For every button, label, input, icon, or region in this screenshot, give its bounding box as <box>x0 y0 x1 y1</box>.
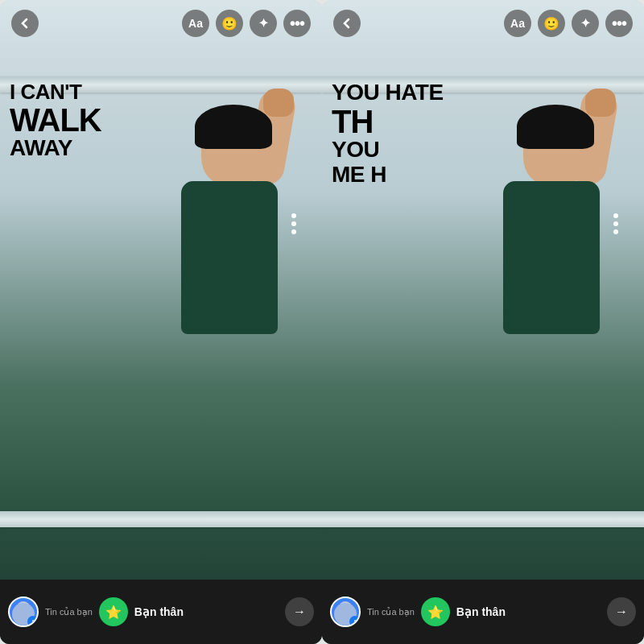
overlay-line4-2: ME H <box>332 163 444 188</box>
bottom-bar-2: f Tin của bạn ⭐ Bạn thân → <box>322 580 644 644</box>
fb-badge-1: f <box>27 616 39 627</box>
avatar-2: f <box>330 597 361 627</box>
sparkle-tool-2[interactable]: ✦ <box>572 10 599 37</box>
small-label-2: Tin của bạn <box>367 607 415 617</box>
arrow-button-1[interactable]: → <box>285 597 314 626</box>
labels-group-2: Tin của bạn <box>367 607 415 617</box>
overlay-line2-1: WALK <box>10 104 101 136</box>
main-labels-1: Bạn thân <box>134 605 184 618</box>
green-star-2[interactable]: ⭐ <box>421 597 450 626</box>
emoji-tool-2[interactable]: 🙂 <box>538 10 565 37</box>
toolbar-2: Aa 🙂 ✦ ••• <box>322 0 644 47</box>
window-bar-bottom-2 <box>322 511 644 527</box>
overlay-line1-1: I CAN'T <box>10 80 101 104</box>
main-label-2: Bạn thân <box>456 605 506 618</box>
emoji-tool-1[interactable]: 🙂 <box>216 10 243 37</box>
sparkle-tool-1[interactable]: ✦ <box>250 10 277 37</box>
green-star-1[interactable]: ⭐ <box>99 597 128 626</box>
overlay-line1-2: YOU HATE <box>332 80 444 105</box>
back-button-2[interactable] <box>333 10 361 37</box>
toolbar-icons-2: Aa 🙂 ✦ ••• <box>504 10 633 37</box>
toolbar-1: Aa 🙂 ✦ ••• <box>0 0 322 47</box>
fb-badge-2: f <box>349 616 361 627</box>
overlay-line2-2: TH <box>332 105 444 138</box>
arrow-button-2[interactable]: → <box>607 597 636 626</box>
main-labels-2: Bạn thân <box>456 605 506 618</box>
toolbar-icons-1: Aa 🙂 ✦ ••• <box>182 10 311 37</box>
overlay-line3-2: YOU <box>332 138 444 163</box>
overlay-text-2: YOU HATE TH YOU ME H <box>332 80 444 187</box>
avatar-1: f <box>8 597 39 627</box>
story-panel-2: Aa 🙂 ✦ ••• YOU HA <box>322 0 644 644</box>
window-bar-bottom-1 <box>0 511 322 527</box>
story-panel-1: Aa 🙂 ✦ ••• <box>0 0 322 644</box>
back-button-1[interactable] <box>11 10 39 37</box>
overlay-line3-1: AWAY <box>10 136 101 161</box>
small-label-1: Tin của bạn <box>45 607 93 617</box>
text-tool-1[interactable]: Aa <box>182 10 209 37</box>
text-tool-2[interactable]: Aa <box>504 10 531 37</box>
bottom-bar-1: f Tin của bạn ⭐ Bạn thân → <box>0 580 322 644</box>
main-label-1: Bạn thân <box>134 605 184 618</box>
person-2 <box>499 89 628 330</box>
story-image-2: YOU HATE TH YOU ME H <box>322 0 644 644</box>
more-tool-2[interactable]: ••• <box>605 10 633 37</box>
overlay-text-1: I CAN'T WALK AWAY <box>10 80 101 160</box>
story-image-1: I CAN'T WALK AWAY <box>0 0 322 644</box>
more-tool-1[interactable]: ••• <box>283 10 311 37</box>
labels-group-1: Tin của bạn <box>45 607 93 617</box>
person-1 <box>177 89 306 330</box>
